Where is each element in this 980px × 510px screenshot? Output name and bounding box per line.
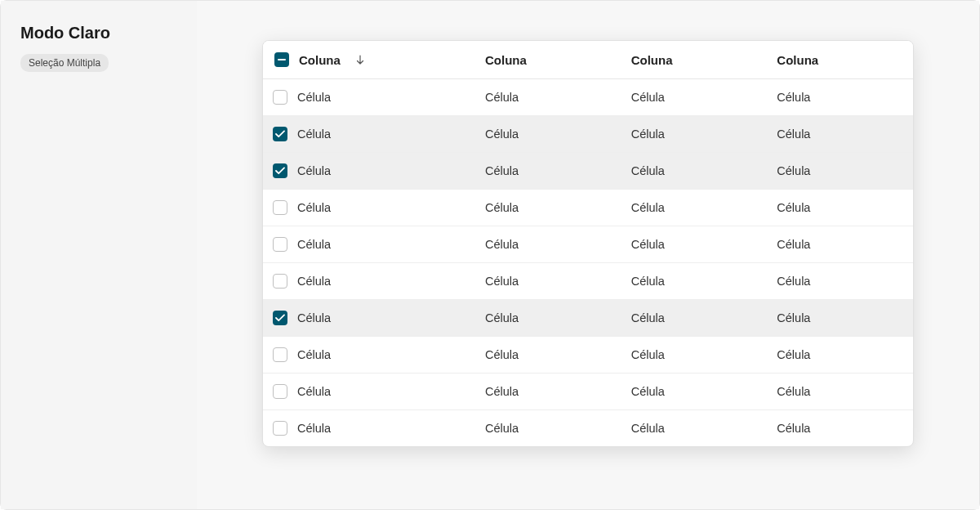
table-cell: Célula: [475, 226, 621, 263]
row-checkbox[interactable]: [273, 127, 287, 141]
table-cell: Célula: [263, 226, 475, 263]
svg-rect-0: [278, 59, 286, 60]
table-cell: Célula: [263, 190, 475, 226]
row-checkbox[interactable]: [273, 200, 287, 215]
data-table: Coluna Coluna Coluna Coluna CélulaCélula…: [263, 41, 913, 446]
table-cell: Célula: [475, 79, 621, 116]
table-row[interactable]: CélulaCélulaCélulaCélula: [263, 374, 913, 410]
table-row[interactable]: CélulaCélulaCélulaCélula: [263, 79, 913, 116]
cell-text: Célula: [297, 311, 331, 324]
column-header[interactable]: Coluna: [621, 41, 768, 79]
table-cell: Célula: [263, 79, 475, 116]
table-cell: Célula: [621, 153, 768, 190]
sidebar: Modo Claro Seleção Múltipla: [1, 1, 197, 509]
table-cell: Célula: [475, 410, 621, 447]
app-frame: Modo Claro Seleção Múltipla Coluna: [0, 0, 980, 510]
cell-text: Célula: [297, 164, 331, 177]
cell-text: Célula: [297, 385, 331, 398]
row-checkbox[interactable]: [273, 384, 287, 399]
table-cell: Célula: [767, 300, 913, 337]
table-row[interactable]: CélulaCélulaCélulaCélula: [263, 190, 913, 226]
table-row[interactable]: CélulaCélulaCélulaCélula: [263, 116, 913, 153]
table-cell: Célula: [475, 337, 621, 374]
table-header-row: Coluna Coluna Coluna Coluna: [263, 41, 913, 79]
table-cell: Célula: [263, 410, 475, 447]
cell-text: Célula: [297, 201, 331, 214]
table-cell: Célula: [621, 300, 768, 337]
column-header-label: Coluna: [777, 53, 818, 67]
table-cell: Célula: [767, 337, 913, 374]
table-row[interactable]: CélulaCélulaCélulaCélula: [263, 300, 913, 337]
row-checkbox[interactable]: [273, 237, 287, 252]
cell-text: Célula: [297, 348, 331, 361]
row-checkbox[interactable]: [273, 90, 287, 105]
table-cell: Célula: [767, 226, 913, 263]
table-cell: Célula: [475, 116, 621, 153]
select-all-checkbox[interactable]: [274, 52, 289, 67]
table-cell: Célula: [621, 190, 768, 226]
table-cell: Célula: [621, 226, 768, 263]
cell-text: Célula: [297, 422, 331, 435]
table-cell: Célula: [621, 337, 768, 374]
mode-chip[interactable]: Seleção Múltipla: [20, 54, 109, 72]
column-header[interactable]: Coluna: [475, 41, 621, 79]
row-checkbox[interactable]: [273, 347, 287, 362]
table-cell: Célula: [767, 374, 913, 410]
table-cell: Célula: [475, 263, 621, 300]
table-cell: Célula: [475, 374, 621, 410]
table-cell: Célula: [767, 116, 913, 153]
table-cell: Célula: [263, 116, 475, 153]
table-cell: Célula: [263, 153, 475, 190]
table-cell: Célula: [475, 190, 621, 226]
page-title: Modo Claro: [20, 24, 177, 42]
table-cell: Célula: [767, 410, 913, 447]
cell-text: Célula: [297, 238, 331, 251]
table-row[interactable]: CélulaCélulaCélulaCélula: [263, 153, 913, 190]
table-row[interactable]: CélulaCélulaCélulaCélula: [263, 410, 913, 447]
row-checkbox[interactable]: [273, 163, 287, 178]
column-header[interactable]: Coluna: [263, 41, 475, 79]
column-header-label: Coluna: [485, 53, 527, 67]
table-cell: Célula: [621, 116, 768, 153]
table-cell: Célula: [767, 79, 913, 116]
table-cell: Célula: [767, 190, 913, 226]
table-cell: Célula: [767, 263, 913, 300]
table-cell: Célula: [263, 263, 475, 300]
column-header[interactable]: Coluna: [767, 41, 913, 79]
table-cell: Célula: [263, 374, 475, 410]
table-cell: Célula: [621, 263, 768, 300]
table-card: Coluna Coluna Coluna Coluna CélulaCélula…: [262, 40, 914, 447]
table-row[interactable]: CélulaCélulaCélulaCélula: [263, 226, 913, 263]
table-row[interactable]: CélulaCélulaCélulaCélula: [263, 337, 913, 374]
row-checkbox[interactable]: [273, 421, 287, 436]
table-cell: Célula: [621, 410, 768, 447]
cell-text: Célula: [297, 128, 331, 141]
table-cell: Célula: [621, 79, 768, 116]
row-checkbox[interactable]: [273, 274, 287, 289]
sort-desc-icon[interactable]: [355, 55, 365, 65]
cell-text: Célula: [297, 91, 331, 104]
table-row[interactable]: CélulaCélulaCélulaCélula: [263, 263, 913, 300]
table-cell: Célula: [621, 374, 768, 410]
cell-text: Célula: [297, 275, 331, 288]
column-header-label: Coluna: [631, 53, 673, 67]
main-content: Coluna Coluna Coluna Coluna CélulaCélula…: [197, 1, 979, 509]
row-checkbox[interactable]: [273, 311, 287, 325]
table-cell: Célula: [263, 337, 475, 374]
table-cell: Célula: [475, 300, 621, 337]
table-cell: Célula: [475, 153, 621, 190]
table-cell: Célula: [263, 300, 475, 337]
column-header-label: Coluna: [299, 53, 341, 67]
table-cell: Célula: [767, 153, 913, 190]
